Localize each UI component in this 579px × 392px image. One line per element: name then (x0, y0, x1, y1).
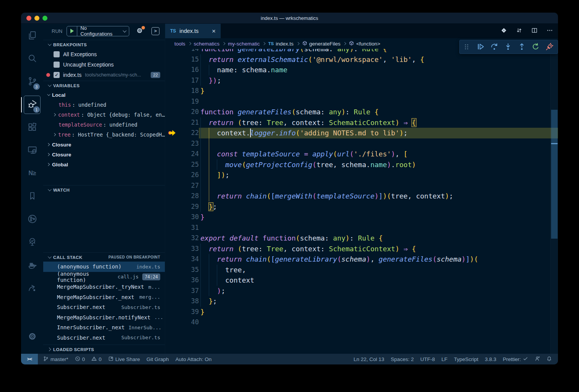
code-line-34[interactable]: 34 return chain([generateLibrary(schema)… (165, 254, 558, 265)
configure-gear-button[interactable] (136, 27, 143, 36)
status-item-master[interactable]: master* (43, 356, 68, 363)
code-line-36[interactable]: 36 context (165, 275, 558, 286)
line-number[interactable]: 26 (177, 170, 199, 181)
scope-row[interactable]: Closure (43, 140, 165, 150)
code-line-29[interactable]: 29 }; (165, 202, 558, 212)
line-number[interactable]: 33 (177, 244, 199, 254)
sidebar-item-test-explorer[interactable] (23, 231, 41, 254)
checkbox[interactable]: ✓ (54, 72, 60, 78)
code-line-37[interactable]: 37 ); (165, 286, 558, 296)
code-line-38[interactable]: 38 }; (165, 296, 558, 307)
line-number[interactable]: 22 (177, 128, 199, 138)
gripper-handle[interactable] (460, 40, 473, 54)
status-item-ln-22-col-13[interactable]: Ln 22, Col 13 (354, 356, 384, 362)
scrollbar[interactable] (550, 49, 558, 354)
line-number[interactable]: 39 (177, 307, 199, 317)
status-item-typescript[interactable]: TypeScript (454, 356, 478, 362)
continue-button[interactable] (473, 40, 487, 54)
status-item-3-8-3[interactable]: 3.8.3 (485, 356, 496, 362)
status-item-0[interactable]: 0 (75, 356, 85, 363)
line-number[interactable]: 17 (177, 75, 199, 86)
checkbox[interactable] (54, 62, 60, 68)
scope-row[interactable]: Closure (43, 150, 165, 159)
line-number[interactable]: 34 (177, 254, 199, 265)
sidebar-item-manage[interactable] (23, 325, 41, 348)
remote-indicator[interactable]: >< (21, 354, 38, 364)
sidebar-item-search[interactable] (23, 47, 41, 70)
breakpoint-row[interactable]: All Exceptions (43, 49, 165, 59)
status-item-utf-8[interactable]: UTF-8 (420, 356, 435, 362)
debug-console-button[interactable]: > (151, 27, 159, 35)
split-editor-icon[interactable] (531, 27, 538, 36)
status-item[interactable] (546, 356, 552, 363)
code-line-19[interactable]: 19 (165, 96, 558, 107)
tab-index-ts[interactable]: TS index.ts × (165, 24, 221, 38)
breadcrumb-item[interactable]: <function> (349, 41, 380, 47)
line-number[interactable]: 40 (177, 317, 199, 328)
minimize-window-button[interactable] (34, 16, 39, 21)
sidebar-item-nx-console[interactable]: N≥ (23, 162, 41, 185)
code-line-20[interactable]: 20function generateFiles(schema: any): R… (165, 107, 558, 117)
scrollbar-thumb[interactable] (551, 110, 558, 239)
breadcrumb-item[interactable]: generateFiles (302, 41, 341, 47)
synchronize-changes-icon[interactable] (516, 27, 523, 36)
breadcrumb-item[interactable]: my-schematic (228, 41, 260, 47)
call-stack-row[interactable]: MergeMapSubscriber._nextmerg... (43, 292, 165, 303)
call-stack-row[interactable]: InnerSubscriber._nextInnerSub... (43, 322, 165, 333)
code-line-33[interactable]: 33 return (tree: Tree, context: Schemati… (165, 244, 558, 254)
code-line-30[interactable]: 30} (165, 212, 558, 223)
code-line-17[interactable]: 17 }); (165, 75, 558, 86)
close-tab-icon[interactable]: × (212, 28, 216, 34)
line-number[interactable]: 15 (177, 54, 199, 65)
line-number[interactable]: 32 (177, 233, 199, 244)
call-stack-row[interactable]: (anonymous function)call.js74:24 (43, 272, 165, 282)
breadcrumb-item[interactable]: tools (174, 41, 185, 47)
code-line-39[interactable]: 39} (165, 307, 558, 317)
line-number[interactable]: 23 (177, 138, 199, 149)
code-line-15[interactable]: 15 return externalSchematic('@nrwl/works… (165, 54, 558, 65)
variable-row[interactable]: this: undefined (43, 100, 165, 110)
disconnect-button[interactable] (542, 40, 556, 54)
call-stack-section-header[interactable]: CALL STACK PAUSED ON BREAKPOINT (43, 252, 165, 262)
status-item-prettier[interactable]: Prettier: (503, 356, 528, 363)
call-stack-row[interactable]: MergeMapSubscriber._tryNextm... (43, 282, 165, 292)
status-item-lf[interactable]: LF (441, 356, 447, 362)
status-item-live-share[interactable]: Live Share (108, 356, 140, 363)
sidebar-item-source-control[interactable]: 3 (23, 70, 41, 93)
checkbox[interactable] (54, 51, 60, 57)
code-line-25[interactable]: 25 move(getProjectConfig(tree, schema.na… (165, 159, 558, 170)
code-line-35[interactable]: 35 tree, (165, 265, 558, 275)
launch-config-dropdown[interactable]: No Configurations (67, 26, 129, 36)
call-stack-row[interactable]: (anonymous function)index.ts (43, 262, 165, 272)
code-line-27[interactable]: 27 (165, 181, 558, 191)
current-breakpoint-arrow-icon[interactable] (168, 130, 176, 136)
line-number[interactable]: 38 (177, 296, 199, 307)
code-line-22[interactable]: 22 context.logger.info('adding NOTES.md … (165, 128, 558, 138)
code-line-40[interactable]: 40 (165, 317, 558, 328)
step-over-button[interactable] (487, 40, 501, 54)
line-number[interactable]: 18 (177, 86, 199, 96)
breakpoints-section-header[interactable]: BREAKPOINTS (43, 40, 165, 49)
sidebar-item-remote-explorer[interactable] (23, 139, 41, 162)
breadcrumb-item[interactable]: schematics (194, 41, 220, 47)
step-out-button[interactable] (515, 40, 529, 54)
scope-row[interactable]: Global (43, 159, 165, 169)
line-number[interactable]: 28 (177, 191, 199, 202)
variable-row[interactable]: templateSource: undefined (43, 120, 165, 130)
call-stack-row[interactable]: MergeMapSubscriber.notifyNext... (43, 312, 165, 323)
step-into-button[interactable] (501, 40, 515, 54)
more-actions-icon[interactable] (546, 27, 553, 36)
line-number[interactable]: 29 (177, 202, 199, 212)
variables-section-header[interactable]: VARIABLES (43, 81, 165, 90)
call-stack-row[interactable]: Subscriber.nextSubscriber.ts (43, 333, 165, 343)
zoom-window-button[interactable] (42, 16, 47, 21)
sidebar-item-explorer[interactable] (23, 24, 41, 47)
scope-row[interactable]: Local (43, 90, 165, 100)
code-line-18[interactable]: 18} (165, 86, 558, 96)
sidebar-item-extensions[interactable] (23, 116, 41, 139)
code-line-21[interactable]: 21 return (tree: Tree, context: Schemati… (165, 117, 558, 128)
loaded-scripts-section-header[interactable]: LOADED SCRIPTS (43, 345, 165, 354)
sidebar-item-docker[interactable] (23, 254, 41, 277)
line-number[interactable]: 30 (177, 212, 199, 223)
status-item-auto-attach-on[interactable]: Auto Attach: On (176, 356, 212, 362)
